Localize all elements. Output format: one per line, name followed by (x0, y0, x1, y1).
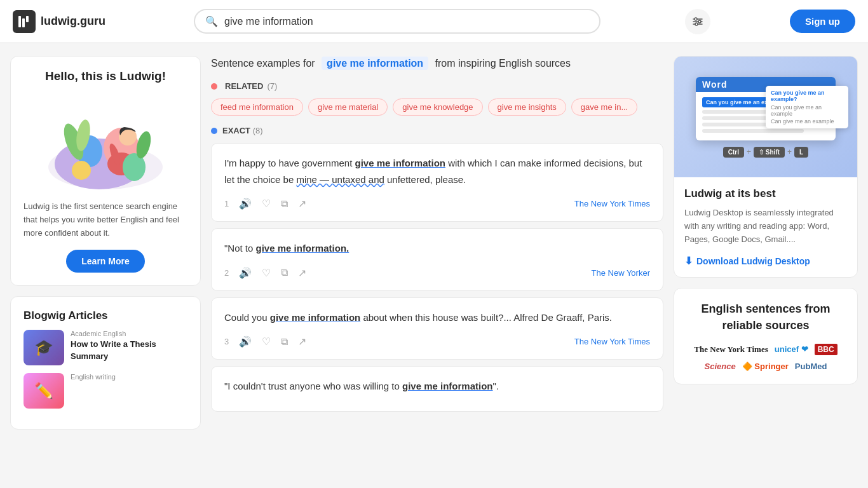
svg-rect-2 (26, 16, 29, 22)
exact-label-text: EXACT (222, 126, 250, 135)
related-section: RELATED (7) (211, 81, 663, 91)
speaker-button-2[interactable]: 🔊 (235, 264, 255, 281)
heart-button-1[interactable]: ♡ (258, 195, 275, 212)
ludwig-desktop-card: Word Can you give me an example? Can you… (674, 56, 858, 278)
logo-icon (13, 10, 36, 33)
blog-category-2: English writing (71, 373, 187, 381)
nyt-logo: The New York Times (694, 344, 768, 355)
sentence-text-2: "Not to give me information. (224, 240, 650, 257)
copy-button-1[interactable]: ⧉ (277, 196, 292, 212)
share-button-2[interactable]: ↗ (294, 264, 310, 281)
right-panel: Word Can you give me an example? Can you… (674, 56, 858, 430)
search-icon: 🔍 (205, 15, 218, 27)
hello-title: Hello, this is Ludwig! (24, 69, 187, 83)
blog-title-1: How to Write a Thesis Summary (71, 339, 187, 362)
popup-text-3: Can give me an example (771, 118, 843, 125)
action-left-3: 3 🔊 ♡ ⧉ ↗ (224, 333, 310, 350)
word-line-4 (702, 129, 804, 133)
l-key: L (794, 147, 808, 158)
download-link[interactable]: ⬇ Download Ludwig Desktop (684, 255, 847, 267)
svg-rect-1 (22, 18, 25, 27)
bbc-logo: BBC (815, 344, 837, 355)
query-highlight: give me information (322, 57, 428, 70)
search-input[interactable] (224, 16, 589, 27)
copy-button-2[interactable]: ⧉ (277, 264, 292, 281)
exact-section: EXACT (8) (211, 126, 663, 135)
share-button-1[interactable]: ↗ (294, 195, 310, 212)
content-header: Sentence examples for give me informatio… (211, 56, 663, 71)
action-left-1: 1 🔊 ♡ ⧉ ↗ (224, 195, 310, 212)
plus-1: + (747, 147, 751, 156)
speaker-button-1[interactable]: 🔊 (235, 195, 255, 212)
popup-text-1: Can you give me an example? (771, 90, 843, 102)
ctrl-key: Ctrl (723, 147, 744, 158)
right-card-title: Ludwig at its best (684, 187, 847, 200)
pubmed-logo: PubMed (795, 362, 827, 371)
blog-thumb-icon-2: ✏️ (34, 382, 53, 400)
blog-info-1: Academic English How to Write a Thesis S… (71, 330, 187, 362)
tag-1[interactable]: give me material (308, 98, 388, 116)
sentence-actions-3: 3 🔊 ♡ ⧉ ↗ The New York Times (224, 333, 650, 350)
heart-button-2[interactable]: ♡ (258, 264, 275, 281)
right-card-desc: Ludwig Desktop is seamlessly integrated … (684, 207, 847, 246)
blog-thumb-icon-1: 🎓 (34, 339, 53, 356)
shift-key: ⇧ Shift (754, 147, 785, 158)
share-button-3[interactable]: ↗ (294, 333, 310, 350)
search-bar: 🔍 (194, 9, 600, 34)
tag-3[interactable]: give me insights (488, 98, 566, 116)
exact-label: EXACT (8) (222, 126, 263, 135)
english-sources-title: English sentences from reliable sources (687, 301, 844, 333)
heart-button-3[interactable]: ♡ (258, 333, 275, 350)
learn-more-button[interactable]: Learn More (66, 250, 144, 273)
logo-text: ludwig.guru (41, 15, 105, 28)
illustration (24, 91, 187, 193)
highlight-3: give me information (270, 312, 361, 323)
keyboard-shortcut: Ctrl + ⇧ Shift + L (696, 147, 836, 158)
sentence-num-3: 3 (224, 337, 229, 346)
sentence-card-2: "Not to give me information. 2 🔊 ♡ ⧉ ↗ T… (211, 228, 663, 291)
word-mockup: Word Can you give me an example? Can you… (674, 57, 857, 177)
header: ludwig.guru 🔍 Sign up (0, 0, 868, 43)
sidebar-description: Ludwig is the first sentence search engi… (24, 200, 187, 240)
filter-icon (691, 15, 704, 28)
svg-point-7 (698, 20, 701, 23)
blogwig-card: Blogwig Articles 🎓 Academic English How … (10, 296, 201, 430)
download-label: Download Ludwig Desktop (696, 256, 810, 266)
filter-button[interactable] (685, 9, 710, 34)
logo-area: ludwig.guru (13, 10, 114, 33)
speaker-button-3[interactable]: 🔊 (235, 333, 255, 350)
signup-button[interactable]: Sign up (790, 10, 855, 33)
sentence-text-1: I'm happy to have government give me inf… (224, 155, 650, 187)
source-link-2[interactable]: The New Yorker (592, 268, 651, 278)
main-content: Sentence examples for give me informatio… (211, 56, 663, 430)
related-tags: feed me information give me material giv… (211, 98, 663, 116)
suggestion-popup: Can you give me an example? Can you give… (766, 86, 848, 128)
blog-item-2[interactable]: ✏️ English writing (24, 373, 187, 409)
blog-item-1[interactable]: 🎓 Academic English How to Write a Thesis… (24, 330, 187, 365)
word-logo-text: Word (702, 79, 728, 90)
science-logo: Science (705, 362, 736, 371)
source-link-3[interactable]: The New York Times (574, 337, 650, 346)
tag-4[interactable]: gave me in... (571, 98, 637, 116)
related-count: (7) (267, 81, 277, 91)
download-icon: ⬇ (684, 255, 693, 267)
sentence-card-3: Could you give me information about when… (211, 297, 663, 360)
sentence-text-4: "I couldn't trust anyone who was willing… (224, 378, 650, 395)
tag-0[interactable]: feed me information (211, 98, 303, 116)
sentence-num-2: 2 (224, 268, 229, 278)
svg-point-8 (695, 23, 698, 25)
highlight-2: give me information. (256, 243, 349, 254)
highlight-4: give me information (402, 381, 493, 391)
sidebar: Hello, this is Ludwig! (10, 56, 201, 430)
underline-mine: mine — untaxed and (296, 174, 384, 185)
content-header-suffix: from inspiring English sources (435, 58, 571, 69)
source-link-1[interactable]: The New York Times (574, 199, 650, 208)
main-layout: Hello, this is Ludwig! (0, 43, 868, 442)
sentence-text-3: Could you give me information about when… (224, 309, 650, 326)
tag-2[interactable]: give me knowledge (393, 98, 482, 116)
content-header-prefix: Sentence examples for (211, 58, 315, 69)
unicef-logo: unicef ❤ (775, 344, 808, 354)
copy-button-3[interactable]: ⧉ (277, 334, 292, 350)
plus-2: + (787, 147, 792, 156)
blog-info-2: English writing (71, 373, 187, 382)
